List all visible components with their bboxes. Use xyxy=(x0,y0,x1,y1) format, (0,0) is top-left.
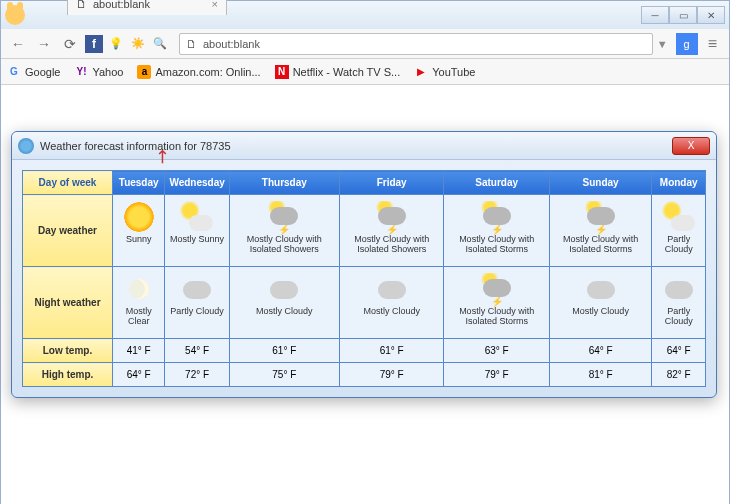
high-temp-row: High temp. 64° F 72° F 75° F 79° F 79° F… xyxy=(23,363,706,387)
maximize-button[interactable]: ▭ xyxy=(669,6,697,24)
row-header: Night weather xyxy=(23,267,113,339)
sunny-icon xyxy=(121,201,157,233)
reload-button[interactable]: ⟳ xyxy=(59,33,81,55)
weather-label: Mostly Cloudy xyxy=(232,307,337,317)
weather-cell: Mostly Cloudy xyxy=(549,267,652,339)
row-header: Low temp. xyxy=(23,339,113,363)
bookmark-google[interactable]: G Google xyxy=(7,65,60,79)
day-header: Monday xyxy=(652,171,706,195)
temp-cell: 79° F xyxy=(339,363,444,387)
close-tab-icon[interactable]: × xyxy=(212,0,218,10)
temp-cell: 61° F xyxy=(339,339,444,363)
temp-cell: 54° F xyxy=(165,339,229,363)
page-icon: 🗋 xyxy=(186,38,197,50)
weather-label: Mostly Cloudy with Isolated Storms xyxy=(446,307,546,327)
bookmark-label: Google xyxy=(25,66,60,78)
weather-label: Partly Cloudy xyxy=(654,307,703,327)
bookmark-label: YouTube xyxy=(432,66,475,78)
temp-cell: 82° F xyxy=(652,363,706,387)
temp-cell: 81° F xyxy=(549,363,652,387)
cloudy-icon xyxy=(266,273,302,305)
amazon-icon: a xyxy=(137,65,151,79)
temp-cell: 64° F xyxy=(113,363,165,387)
mostly-sunny-icon xyxy=(179,201,215,233)
clear-night-icon xyxy=(121,273,157,305)
netflix-icon: N xyxy=(275,65,289,79)
browser-window: 🗋 about:blank × ─ ▭ ✕ ← → ⟳ f 💡 ☀️ 🔍 🗋 a… xyxy=(0,0,730,504)
address-value: about:blank xyxy=(203,38,260,50)
weather-cell: Mostly Sunny xyxy=(165,195,229,267)
content-area: ↗ Weather forecast information for 78735… xyxy=(1,85,729,504)
temp-cell: 64° F xyxy=(549,339,652,363)
cat-icon xyxy=(5,5,25,25)
google-icon: G xyxy=(7,65,21,79)
weather-cell: Mostly Cloudy with Isolated Showers xyxy=(339,195,444,267)
weather-label: Partly Cloudy xyxy=(654,235,703,255)
temp-cell: 75° F xyxy=(229,363,339,387)
weather-cell: Mostly Cloudy with Isolated Storms xyxy=(549,195,652,267)
weather-cell: Partly Cloudy xyxy=(652,195,706,267)
partly-cloudy-icon xyxy=(661,201,697,233)
weather-label: Mostly Cloudy with Isolated Storms xyxy=(446,235,546,255)
tabstrip: 🗋 about:blank × xyxy=(31,0,227,15)
bookmark-label: Netflix - Watch TV S... xyxy=(293,66,401,78)
weather-cell: Partly Cloudy xyxy=(165,267,229,339)
close-window-button[interactable]: ✕ xyxy=(697,6,725,24)
minimize-button[interactable]: ─ xyxy=(641,6,669,24)
weather-cell: Partly Cloudy xyxy=(652,267,706,339)
weather-label: Mostly Cloudy xyxy=(342,307,442,317)
globe-icon xyxy=(18,138,34,154)
bookmarks-bar: G Google Y! Yahoo a Amazon.com: Onlin...… xyxy=(1,59,729,85)
row-header: Day weather xyxy=(23,195,113,267)
page-icon: 🗋 xyxy=(76,0,87,10)
temp-cell: 79° F xyxy=(444,363,549,387)
weather-label: Partly Cloudy xyxy=(167,307,226,317)
weather-dialog: Weather forecast information for 78735 X… xyxy=(11,131,717,398)
back-button[interactable]: ← xyxy=(7,33,29,55)
storm-icon xyxy=(374,201,410,233)
address-bar[interactable]: 🗋 about:blank xyxy=(179,33,653,55)
dialog-titlebar: Weather forecast information for 78735 X xyxy=(12,132,716,160)
window-controls: ─ ▭ ✕ xyxy=(641,6,725,24)
bookmark-label: Amazon.com: Onlin... xyxy=(155,66,260,78)
row-header: High temp. xyxy=(23,363,113,387)
night-weather-row: Night weather Mostly Clear Partly Cloudy… xyxy=(23,267,706,339)
temp-cell: 63° F xyxy=(444,339,549,363)
weather-cell: Mostly Cloudy xyxy=(339,267,444,339)
cloudy-icon xyxy=(661,273,697,305)
weather-label: Mostly Cloudy with Isolated Showers xyxy=(342,235,442,255)
weather-label: Sunny xyxy=(115,235,162,245)
weather-label: Mostly Clear xyxy=(115,307,162,327)
storm-icon xyxy=(266,201,302,233)
google-search-button[interactable]: g xyxy=(676,33,698,55)
day-header: Wednesday xyxy=(165,171,229,195)
bookmark-amazon[interactable]: a Amazon.com: Onlin... xyxy=(137,65,260,79)
bookmark-yahoo[interactable]: Y! Yahoo xyxy=(74,65,123,79)
bookmark-youtube[interactable]: ▶ YouTube xyxy=(414,65,475,79)
temp-cell: 41° F xyxy=(113,339,165,363)
omnibox-dropdown-icon[interactable]: ▼ xyxy=(657,38,668,50)
tab-title: about:blank xyxy=(93,0,150,10)
cloudy-icon xyxy=(374,273,410,305)
bookmark-netflix[interactable]: N Netflix - Watch TV S... xyxy=(275,65,401,79)
dialog-close-button[interactable]: X xyxy=(672,137,710,155)
storm-icon xyxy=(583,201,619,233)
cloudy-icon xyxy=(179,273,215,305)
browser-tab[interactable]: 🗋 about:blank × xyxy=(67,0,227,15)
forward-button[interactable]: → xyxy=(33,33,55,55)
weather-extension-icon[interactable]: ☀️ xyxy=(129,35,147,53)
weather-label: Mostly Cloudy xyxy=(552,307,650,317)
weather-cell: Mostly Cloudy with Isolated Storms xyxy=(444,267,549,339)
temp-cell: 72° F xyxy=(165,363,229,387)
weather-cell: Sunny xyxy=(113,195,165,267)
bookmark-label: Yahoo xyxy=(92,66,123,78)
facebook-extension-icon[interactable]: f xyxy=(85,35,103,53)
lightbulb-extension-icon[interactable]: 💡 xyxy=(107,35,125,53)
temp-cell: 61° F xyxy=(229,339,339,363)
day-header: Thursday xyxy=(229,171,339,195)
storm-icon xyxy=(479,201,515,233)
weather-cell: Mostly Clear xyxy=(113,267,165,339)
menu-button[interactable]: ≡ xyxy=(702,35,723,53)
toolbar: ← → ⟳ f 💡 ☀️ 🔍 🗋 about:blank ▼ g ≡ xyxy=(1,29,729,59)
zoom-extension-icon[interactable]: 🔍 xyxy=(151,35,169,53)
